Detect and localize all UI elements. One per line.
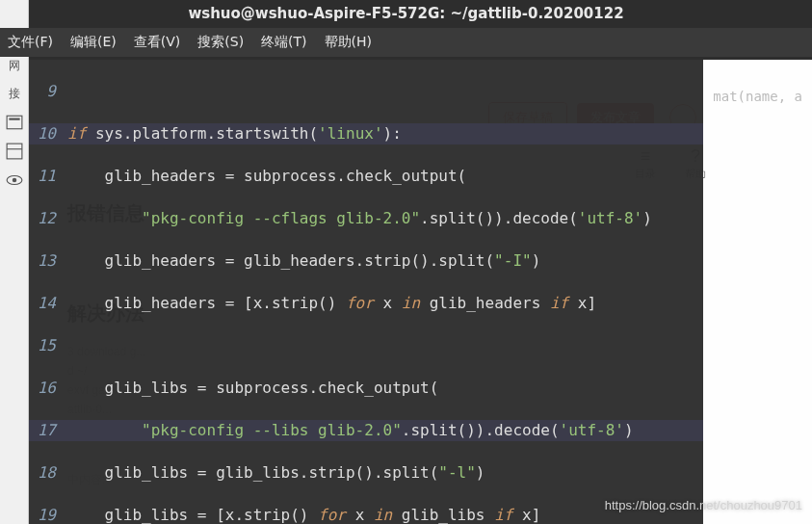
- line-number: 9: [29, 81, 64, 102]
- layout-icon[interactable]: [6, 143, 23, 160]
- line-number: 14: [29, 293, 64, 314]
- code-line: glib_headers = [x.strip() for x in glib_…: [64, 293, 703, 314]
- eye-icon[interactable]: [6, 171, 23, 189]
- line-number: 12: [29, 208, 64, 229]
- svg-rect-0: [7, 116, 22, 129]
- code-line: glib_headers = subprocess.check_output(: [64, 166, 703, 187]
- bg-text: mat(name, a: [713, 89, 802, 104]
- line-number: 11: [29, 166, 64, 187]
- code-line: [64, 81, 703, 102]
- window-title: wshuo@wshuo-Aspire-F5-572G: ~/gattlib-0.…: [188, 5, 623, 22]
- code-line: glib_libs = glib_libs.strip().split("-l"…: [64, 462, 703, 484]
- menu-file[interactable]: 文件(F): [6, 32, 55, 53]
- line-number: 15: [29, 335, 64, 356]
- menu-help[interactable]: 帮助(H): [323, 32, 374, 53]
- watermark: https://blog.csdn.net/chouzhou9701: [605, 498, 802, 512]
- line-number: 18: [29, 462, 64, 484]
- code-line: "pkg-config --cflags glib-2.0".split()).…: [64, 208, 703, 229]
- code-line: glib_libs = subprocess.check_output(: [64, 378, 703, 399]
- menu-edit[interactable]: 编辑(E): [68, 32, 118, 53]
- code-line: glib_headers = glib_headers.strip().spli…: [64, 250, 703, 272]
- code-line: "pkg-config --libs glib-2.0".split()).de…: [64, 420, 703, 441]
- svg-point-5: [12, 178, 16, 183]
- line-number: 13: [29, 250, 64, 272]
- window-titlebar: wshuo@wshuo-Aspire-F5-572G: ~/gattlib-0.…: [0, 0, 812, 28]
- svg-rect-2: [7, 144, 22, 159]
- menu-view[interactable]: 查看(V): [132, 32, 183, 53]
- code-editor[interactable]: 9 10if sys.platform.startswith('linux'):…: [29, 60, 703, 524]
- rail-label: 网: [9, 58, 20, 74]
- code-line: [64, 335, 703, 356]
- line-number: 19: [29, 505, 64, 524]
- menubar: 文件(F) 编辑(E) 查看(V) 搜索(S) 终端(T) 帮助(H): [0, 28, 812, 57]
- line-number: 17: [29, 420, 64, 441]
- menu-search[interactable]: 搜索(S): [196, 32, 246, 53]
- line-number: 10: [29, 123, 64, 144]
- code-line: if sys.platform.startswith('linux'):: [64, 123, 703, 144]
- line-number: 16: [29, 378, 64, 399]
- page-left-rail: 网 接: [0, 0, 29, 524]
- rail-label: 接: [9, 86, 20, 102]
- svg-rect-1: [9, 118, 19, 120]
- panel-icon[interactable]: [6, 114, 23, 131]
- menu-terminal[interactable]: 终端(T): [259, 32, 308, 53]
